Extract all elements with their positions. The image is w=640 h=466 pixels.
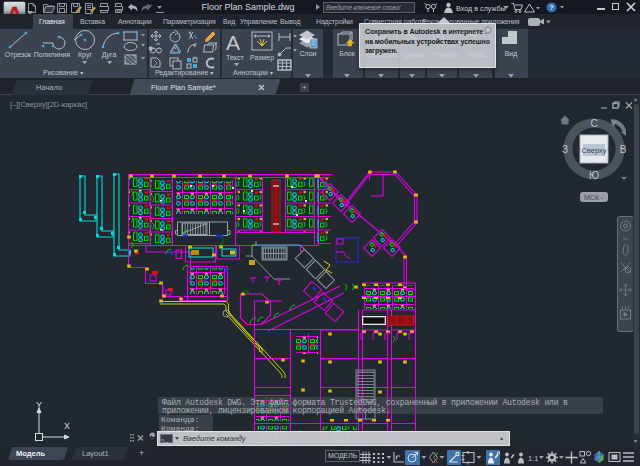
svg-text:Сверху: Сверху	[581, 146, 606, 155]
svg-text:X: X	[64, 421, 70, 431]
svg-text:С: С	[590, 118, 597, 129]
svg-text:В: В	[620, 144, 627, 155]
svg-text:З: З	[562, 144, 568, 155]
svg-text:Y: Y	[36, 400, 42, 410]
svg-text:Полилиния: Полилиния	[34, 51, 71, 58]
svg-text:Ю: Ю	[589, 170, 599, 181]
svg-text:Размер: Размер	[250, 54, 274, 62]
svg-text:?: ?	[549, 3, 554, 12]
svg-text:1:1: 1:1	[528, 454, 538, 463]
svg-text:Слои: Слои	[299, 50, 316, 57]
svg-text:Блок: Блок	[339, 50, 356, 57]
svg-text:Отрезок: Отрезок	[5, 51, 32, 59]
svg-text:A: A	[226, 31, 240, 54]
svg-text:Текст: Текст	[226, 54, 244, 61]
svg-text:Круг: Круг	[78, 51, 92, 59]
svg-text:Вид: Вид	[505, 50, 518, 58]
svg-text:Дуга: Дуга	[102, 51, 117, 59]
